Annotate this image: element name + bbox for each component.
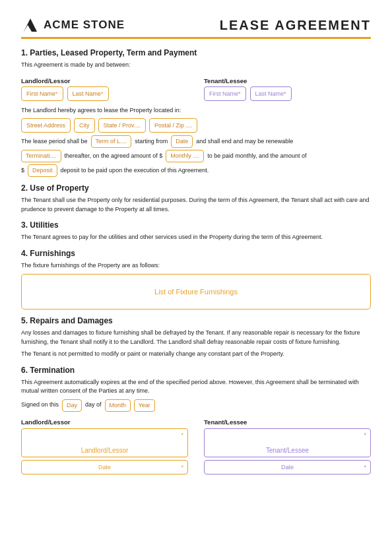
section-6: 6. Termination This Agreement automatica…: [21, 366, 371, 412]
tenant-date-req: *: [364, 464, 366, 471]
section-2-body: The Tenant shall use the Property only f…: [21, 196, 371, 214]
start-date-field[interactable]: Date: [171, 135, 193, 148]
sign-year-field[interactable]: Year: [134, 399, 155, 412]
doc-title: LEASE AGREEMENT: [220, 18, 371, 33]
monthly-field[interactable]: Monthly ....: [166, 150, 204, 162]
landlord-sig-req: *: [181, 432, 183, 438]
section-2-title: 2. Use of Property: [21, 183, 371, 193]
tenant-label: Tenant/Lessee: [204, 77, 371, 84]
lease-text5: to be paid monthly, and the amount of: [207, 152, 306, 159]
landlord-col: Landlord/Lessor First Name Last Name: [21, 73, 188, 104]
landlord-first-name[interactable]: First Name: [21, 86, 63, 101]
signed-text2: day of: [85, 401, 102, 410]
address-intro: The Landlord hereby agrees to lease the …: [21, 106, 371, 115]
signature-cols: Landlord/Lessor * Landlord/Lessor Date *…: [21, 418, 371, 474]
party-cols: Landlord/Lessor First Name Last Name Ten…: [21, 73, 371, 104]
tenant-sig-field[interactable]: * Tenant/Lessee: [204, 428, 371, 457]
lease-text1: The lease period shall be: [21, 138, 88, 145]
section-1-intro: This Agreement is made by and between:: [21, 61, 371, 70]
section-5-title: 5. Repairs and Damages: [21, 316, 371, 325]
landlord-date-req: *: [181, 464, 183, 471]
landlord-sig-placeholder: Landlord/Lessor: [81, 447, 129, 454]
lease-text2: starting from: [135, 138, 168, 145]
section-3-body: The Tenant agrees to pay for the utiliti…: [21, 233, 371, 242]
section-5: 5. Repairs and Damages Any losses and da…: [21, 316, 371, 359]
logo-icon: [21, 16, 40, 34]
lease-text6: deposit to be paid upon the execution of…: [61, 167, 209, 174]
landlord-sig-label: Landlord/Lessor: [21, 418, 188, 426]
sign-day-field[interactable]: Day: [62, 399, 82, 412]
logo: ACME STONE: [21, 16, 125, 34]
signed-text1: Signed on this: [21, 401, 59, 410]
section-1: 1. Parties, Leased Property, Term and Pa…: [21, 48, 371, 177]
tenant-name-row: First Name Last Name: [204, 86, 371, 101]
header: ACME STONE LEASE AGREEMENT: [21, 16, 371, 34]
state-field[interactable]: State / Prov....: [98, 118, 146, 133]
landlord-sig-col: Landlord/Lessor * Landlord/Lessor Date *: [21, 418, 188, 474]
section-3: 3. Utilities The Tenant agrees to pay fo…: [21, 220, 371, 242]
section-4-body: The fixture furnishings of the Property …: [21, 261, 371, 271]
city-field[interactable]: City: [74, 118, 95, 133]
termination-field[interactable]: Terminati....: [21, 150, 61, 162]
tenant-first-name[interactable]: First Name: [204, 86, 246, 101]
section-6-title: 6. Termination: [21, 366, 371, 375]
furnishings-box[interactable]: List of Fixture Furnishings: [21, 274, 371, 310]
section-5-body2: The Tenant is not permitted to modify or…: [21, 350, 371, 359]
section-4-title: 4. Furnishings: [21, 249, 371, 258]
deposit-field[interactable]: Deposit: [28, 164, 57, 177]
tenant-col: Tenant/Lessee First Name Last Name: [204, 73, 371, 104]
tenant-last-name[interactable]: Last Name: [250, 86, 292, 101]
lease-deposit-row: $ Deposit deposit to be paid upon the ex…: [21, 164, 371, 177]
furnishings-placeholder: List of Fixture Furnishings: [154, 288, 238, 296]
landlord-last-name[interactable]: Last Name: [67, 86, 109, 101]
section-1-title: 1. Parties, Leased Property, Term and Pa…: [21, 48, 371, 57]
lease-termination-row: Terminati.... thereafter, on the agreed …: [21, 150, 371, 162]
tenant-sig-label: Tenant/Lessee: [204, 418, 371, 426]
lease-text3: and shall end and may be renewable: [196, 138, 293, 145]
section-3-title: 3. Utilities: [21, 220, 371, 230]
tenant-date-field[interactable]: Date *: [204, 460, 371, 474]
street-field[interactable]: Street Address: [21, 118, 71, 133]
section-6-body: This Agreement automatically expires at …: [21, 378, 371, 396]
lease-period-row: The lease period shall be Term of L.... …: [21, 135, 371, 148]
landlord-date-label: Date: [98, 464, 111, 471]
deposit-dollar: $: [21, 167, 24, 174]
sign-row: Signed on this Day day of Month Year: [21, 399, 371, 412]
logo-text: ACME STONE: [44, 18, 125, 32]
section-2: 2. Use of Property The Tenant shall use …: [21, 183, 371, 214]
tenant-sig-col: Tenant/Lessee * Tenant/Lessee Date *: [204, 418, 371, 474]
landlord-date-field[interactable]: Date *: [21, 460, 188, 474]
header-divider: [21, 37, 371, 39]
lease-text4: thereafter, on the agreed amount of $: [65, 152, 163, 159]
landlord-label: Landlord/Lessor: [21, 77, 188, 84]
address-row: Street Address City State / Prov.... Pos…: [21, 118, 371, 133]
term-field[interactable]: Term of L....: [91, 135, 132, 148]
section-5-body1: Any losses and damages to fixture furnis…: [21, 329, 371, 346]
landlord-name-row: First Name Last Name: [21, 86, 188, 101]
tenant-date-label: Date: [281, 464, 294, 471]
tenant-sig-req: *: [364, 432, 366, 438]
postal-field[interactable]: Postal / Zip ....: [149, 118, 198, 133]
sign-month-field[interactable]: Month: [105, 399, 131, 412]
tenant-sig-placeholder: Tenant/Lessee: [266, 447, 309, 454]
landlord-sig-field[interactable]: * Landlord/Lessor: [21, 428, 188, 457]
section-4: 4. Furnishings The fixture furnishings o…: [21, 249, 371, 310]
